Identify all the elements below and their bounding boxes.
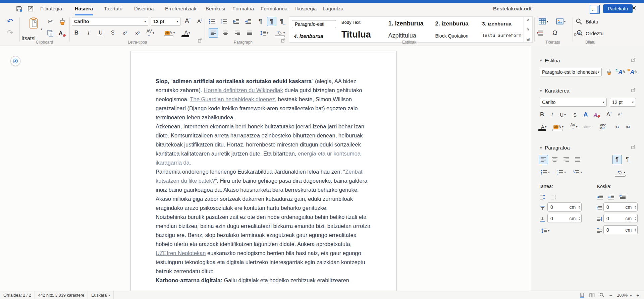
align-right-button[interactable] xyxy=(233,28,242,38)
sidebar-line-spacing-button[interactable]: ▾ xyxy=(538,226,553,235)
navigate-by-button[interactable] xyxy=(10,56,20,66)
document-text[interactable]: Slop, “adimen artifizial sortzaileak sor… xyxy=(131,51,396,285)
bold-button[interactable]: B xyxy=(72,28,81,38)
menu-txertatu[interactable]: Txertatu xyxy=(104,3,122,14)
menu-formularioa[interactable]: Formularioa xyxy=(261,3,287,14)
zoom-in-button[interactable]: + xyxy=(636,292,639,298)
paragraph-style-combo[interactable]: Paragrafo-estilo lehenetsia ▾ xyxy=(540,68,602,76)
paragraph-section-launcher-icon[interactable] xyxy=(631,145,636,149)
hyperlink[interactable]: The Guardian hedabideak dioenez xyxy=(190,96,275,102)
sidebar-bold-button[interactable]: B xyxy=(537,110,547,119)
sidebar-rtl-button[interactable]: ¶ ← xyxy=(624,155,633,164)
increase-indent-button[interactable] xyxy=(231,17,241,26)
font-dialog-launcher-icon[interactable] xyxy=(198,38,202,43)
special-character-button[interactable]: Ω xyxy=(550,28,559,38)
clone-formatting-button[interactable] xyxy=(58,17,67,26)
spacing-above-field[interactable]: 0 cm ▲▼ xyxy=(547,202,582,212)
bullet-list-button[interactable] xyxy=(207,17,217,26)
menu-formatua[interactable]: Formatua xyxy=(232,3,254,14)
sidebar-font-size-combo[interactable]: 12 pt ▾ xyxy=(610,98,636,107)
sidebar-bullet-list-button[interactable]: ▾ xyxy=(539,168,552,177)
insert-image-button[interactable]: ▾ xyxy=(553,17,568,26)
sidebar-decrease-indent-button[interactable] xyxy=(606,192,616,202)
styles-scroll-up-icon[interactable]: ∧ xyxy=(527,17,530,22)
sidebar-paragraph-background-button[interactable]: ▾ xyxy=(614,168,629,177)
style-blockquote-label[interactable]: Block Quotation xyxy=(435,33,477,39)
find-button[interactable]: Bilatu xyxy=(576,18,598,25)
ltr-direction-button[interactable]: ¶ → xyxy=(267,17,276,26)
align-center-button[interactable] xyxy=(221,28,230,38)
sidebar-align-center-button[interactable] xyxy=(550,155,559,164)
sidebar-numbered-list-button[interactable]: 123 ▾ xyxy=(555,168,568,177)
spacing-below-field[interactable]: 0 cm ▲▼ xyxy=(547,214,582,223)
font-size-combo[interactable]: 12 pt ▾ xyxy=(151,17,180,26)
font-name-combo[interactable]: Carlito ▾ xyxy=(72,17,148,26)
sidebar-highlight-color-button[interactable]: ab ✎ ▾ xyxy=(551,122,566,131)
copy-button[interactable] xyxy=(46,29,55,38)
replace-button[interactable]: ba Ordeztu xyxy=(574,29,603,37)
spacing-below-spinner[interactable]: ▲▼ xyxy=(577,214,581,223)
superscript-button[interactable]: x2 xyxy=(133,28,142,38)
style-default[interactable]: Paragrafo-esti 4. izenburua xyxy=(289,17,339,42)
menu-berrikusi[interactable]: Berrikusi xyxy=(206,3,225,14)
indent-after-spinner[interactable]: ▲▼ xyxy=(633,214,637,223)
rtl-direction-button[interactable]: ¶ ← xyxy=(278,17,288,26)
save-icon[interactable] xyxy=(16,5,22,12)
hyperlink[interactable]: Horrela definitzen du Wikipediak xyxy=(204,87,283,93)
decrease-font-button[interactable]: A↓ xyxy=(195,16,205,25)
style-heading4-label[interactable]: 4. izenburua xyxy=(292,33,336,39)
sidebar-increase-font-button[interactable]: A↑ xyxy=(604,110,614,119)
sidebar-decrease-font-button[interactable]: A↓ xyxy=(615,110,625,119)
paste-dropdown[interactable]: ▾ xyxy=(41,27,43,31)
undo-button[interactable]: ↶ xyxy=(5,17,15,26)
style-bodytext[interactable]: Body Text Titulua xyxy=(339,17,386,42)
share-button[interactable]: Partekatu xyxy=(603,4,633,13)
style-title-label[interactable]: Titulua xyxy=(341,30,383,39)
sidebar-increase-indent-button[interactable] xyxy=(595,192,604,202)
hyperlink[interactable]: UZEIren Neolotekan xyxy=(156,250,206,256)
selection-mode-icon[interactable] xyxy=(580,293,585,298)
increase-spacing-button[interactable] xyxy=(538,192,547,202)
style-heading1[interactable]: 1. izenburua Azpititulua xyxy=(386,17,433,42)
align-justify-button[interactable] xyxy=(245,28,254,38)
sidebar-clear-formatting-button[interactable]: A xyxy=(592,110,602,119)
sidebar-font-name-combo[interactable]: Carlito ▾ xyxy=(540,98,607,107)
spacing-above-spinner[interactable]: ▲▼ xyxy=(577,203,581,211)
indent-first-line-spinner[interactable]: ▲▼ xyxy=(633,226,637,234)
menu-erreferentziak[interactable]: Erreferentziak xyxy=(165,3,196,14)
insert-page-break-button[interactable] xyxy=(536,28,545,38)
sidebar-shadow-button[interactable]: A xyxy=(581,110,590,119)
font-color-button[interactable]: A ▾ xyxy=(180,28,194,38)
sidebar-section-character[interactable]: ∨ Karakterea xyxy=(540,88,570,94)
indent-before-spinner[interactable]: ▲▼ xyxy=(633,203,637,211)
style-heading3[interactable]: 3. izenburua Testu aurreform xyxy=(479,17,524,42)
sidebar-align-right-button[interactable] xyxy=(561,155,571,164)
menu-ikuspegia[interactable]: Ikuspegia xyxy=(295,3,317,14)
sidebar-align-justify-button[interactable] xyxy=(573,155,582,164)
line-spacing-button[interactable]: ▾ xyxy=(258,28,271,38)
indent-before-field[interactable]: 0 cm ▲▼ xyxy=(603,202,638,212)
indent-first-line-field[interactable]: 0 cm ▲▼ xyxy=(603,225,638,234)
sidebar-clone-formatting-button[interactable] xyxy=(604,67,614,77)
numbered-list-button[interactable]: 123 xyxy=(219,17,229,26)
character-section-launcher-icon[interactable] xyxy=(631,88,636,92)
style-heading2[interactable]: 2. izenburua Block Quotation xyxy=(432,17,479,42)
strikethrough-button[interactable]: S xyxy=(108,28,117,38)
sidebar-toggle-icon[interactable]: ← xyxy=(590,5,600,14)
highlight-color-button[interactable]: ab ✎ ▾ xyxy=(163,28,176,38)
style-subtitle-label[interactable]: Azpititulua xyxy=(388,32,430,39)
decrease-indent-button[interactable] xyxy=(244,17,253,26)
styles-scroll-down-icon[interactable]: ∨ xyxy=(527,27,530,32)
zoom-level[interactable]: 100% ▾ xyxy=(617,293,632,298)
cut-button[interactable]: ✂ xyxy=(46,17,55,26)
page-layout-icon[interactable] xyxy=(589,293,595,298)
formatting-marks-button[interactable]: ¶ xyxy=(256,17,265,26)
sidebar-outline-list-button[interactable]: 1 ▾ xyxy=(571,168,584,177)
increase-font-button[interactable]: A↑ xyxy=(183,16,193,25)
paragraph-background-button[interactable]: ▾ xyxy=(274,28,288,38)
sidebar-superscript-button[interactable]: x2 xyxy=(612,122,622,131)
menu-fitxategia[interactable]: Fitxategia xyxy=(40,3,62,14)
style-preformatted-label[interactable]: Testu aurreform xyxy=(482,33,521,38)
style-section-launcher-icon[interactable] xyxy=(631,58,636,62)
switch-indent-button[interactable] xyxy=(618,192,627,202)
